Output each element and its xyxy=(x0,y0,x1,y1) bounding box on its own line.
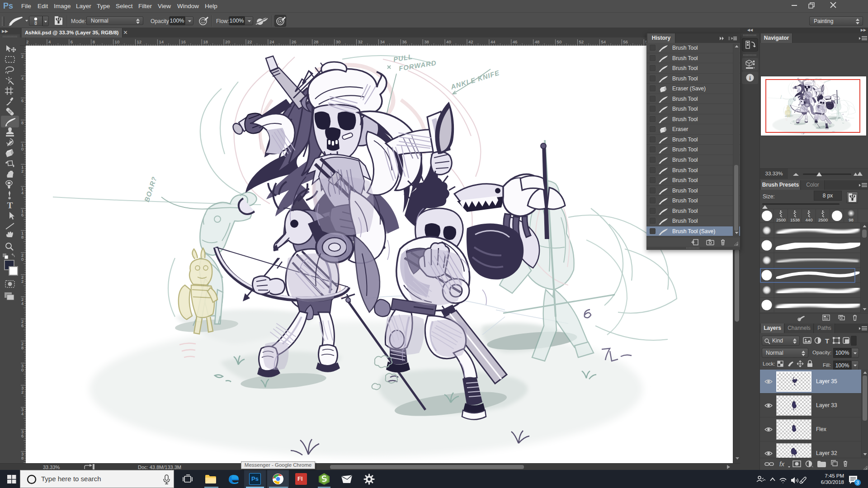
svg-text:6: 6 xyxy=(21,98,24,103)
svg-text:T: T xyxy=(7,201,13,210)
svg-text:20: 20 xyxy=(225,39,230,44)
svg-text:30: 30 xyxy=(336,39,341,44)
svg-text:22: 22 xyxy=(247,39,252,44)
svg-text:2500: 2500 xyxy=(818,217,828,222)
svg-text:T: T xyxy=(825,337,829,345)
svg-text:8: 8 xyxy=(21,235,24,239)
svg-text:14: 14 xyxy=(159,39,164,44)
svg-text:32: 32 xyxy=(358,39,363,44)
svg-text:18: 18 xyxy=(203,39,208,44)
svg-text:4: 4 xyxy=(21,76,24,81)
svg-text:26: 26 xyxy=(292,39,297,44)
svg-text:4: 4 xyxy=(48,39,51,44)
svg-text:56: 56 xyxy=(623,39,628,44)
svg-text:50: 50 xyxy=(557,39,562,44)
svg-text:2: 2 xyxy=(21,169,24,174)
svg-text:54: 54 xyxy=(601,39,606,44)
svg-text:fx: fx xyxy=(779,460,785,468)
svg-text:46: 46 xyxy=(513,39,518,44)
svg-text:2: 2 xyxy=(21,54,24,59)
svg-text:6: 6 xyxy=(21,212,24,217)
svg-text:8: 8 xyxy=(93,39,95,44)
svg-text:38: 38 xyxy=(424,39,429,44)
svg-text:48: 48 xyxy=(535,39,540,44)
svg-text:6: 6 xyxy=(21,433,24,438)
svg-text:0: 0 xyxy=(21,146,24,151)
svg-text:6: 6 xyxy=(71,39,73,44)
svg-text:8: 8 xyxy=(21,345,24,350)
svg-text:42: 42 xyxy=(468,39,473,44)
svg-text:2: 2 xyxy=(26,39,28,44)
svg-text:2: 2 xyxy=(21,279,24,284)
svg-text:8: 8 xyxy=(34,21,37,26)
svg-text:4: 4 xyxy=(21,411,24,416)
svg-text:40: 40 xyxy=(446,39,451,44)
svg-text:16: 16 xyxy=(181,39,186,44)
svg-text:1538: 1538 xyxy=(790,217,800,222)
svg-text:8: 8 xyxy=(21,455,24,460)
svg-text:440: 440 xyxy=(806,217,813,222)
svg-text:8: 8 xyxy=(21,120,24,125)
svg-text:4: 4 xyxy=(21,301,24,306)
svg-text:28: 28 xyxy=(314,39,319,44)
svg-text:24: 24 xyxy=(269,39,274,44)
svg-text:0: 0 xyxy=(21,257,24,262)
svg-text:52: 52 xyxy=(579,39,584,44)
svg-text:36: 36 xyxy=(402,39,407,44)
svg-text:10: 10 xyxy=(115,39,120,44)
svg-text:0: 0 xyxy=(21,367,24,372)
svg-text:4: 4 xyxy=(21,190,24,195)
svg-text:2: 2 xyxy=(21,389,24,394)
svg-text:12: 12 xyxy=(137,39,142,44)
svg-text:98: 98 xyxy=(849,217,854,222)
svg-text:2500: 2500 xyxy=(776,217,786,222)
svg-text:6: 6 xyxy=(21,323,24,328)
svg-text:44: 44 xyxy=(491,39,495,44)
svg-text:i: i xyxy=(749,75,751,81)
svg-text:34: 34 xyxy=(380,39,385,44)
svg-text:3: 3 xyxy=(856,480,859,485)
